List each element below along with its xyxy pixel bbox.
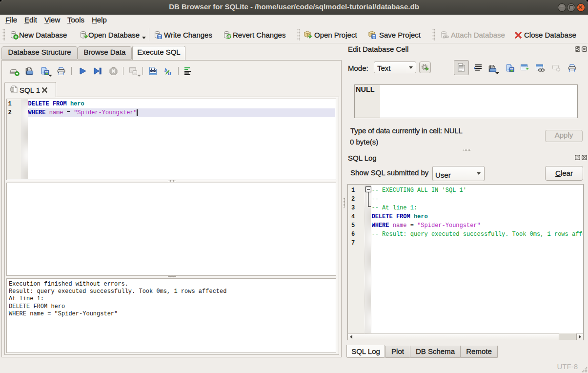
svg-text:b: b (164, 67, 167, 73)
svg-text:a: a (168, 69, 171, 76)
